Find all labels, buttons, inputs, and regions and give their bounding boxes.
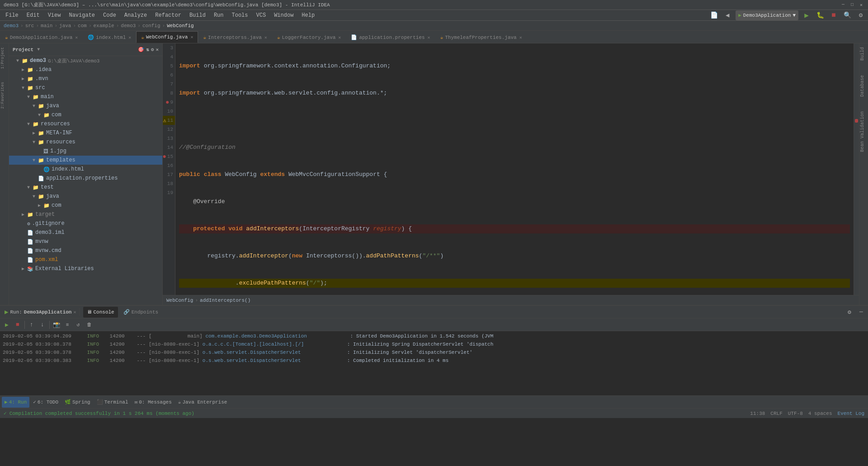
- sidebar-close-icon[interactable]: ✕: [156, 47, 159, 52]
- tree-item-main[interactable]: ▼ 📁 main: [9, 92, 162, 101]
- tab-close-appprops[interactable]: ✕: [428, 35, 430, 40]
- status-crlf[interactable]: CRLF: [770, 411, 782, 416]
- tab-index-html[interactable]: 🌐 index.html ✕: [83, 31, 136, 43]
- panel-settings-icon[interactable]: ⚙: [844, 307, 854, 317]
- tree-item-java[interactable]: ▼ 📁 java: [9, 101, 162, 110]
- bottom-tab-console[interactable]: 🖥 Console: [83, 307, 118, 318]
- code-footer-class[interactable]: WebConfig: [166, 298, 193, 303]
- tab-interceptorss[interactable]: ☕ Interceptorss.java ✕: [198, 31, 272, 43]
- bottom-tab-endpoints[interactable]: 🔗 Endpoints: [120, 307, 162, 318]
- tree-item-resources2[interactable]: ▼ 📁 resources: [9, 138, 162, 147]
- settings-button[interactable]: ⚙: [855, 10, 866, 21]
- tree-item-mvnw[interactable]: 📄 mvnw: [9, 237, 162, 246]
- console-scroll-up-button[interactable]: ↑: [27, 320, 37, 330]
- breadcrumb-example[interactable]: example: [94, 23, 114, 29]
- tab-application-properties[interactable]: 📄 application.properties ✕: [346, 31, 435, 43]
- menu-build[interactable]: Build: [186, 11, 209, 19]
- tab-close-webconfig[interactable]: ✕: [190, 34, 193, 40]
- menu-view[interactable]: View: [44, 11, 65, 19]
- console-rerun-button[interactable]: ↺: [73, 320, 83, 330]
- sidebar-settings-icon[interactable]: ⚙: [151, 47, 154, 52]
- tree-item-idea[interactable]: ▶ 📁 .idea: [9, 65, 162, 74]
- tab-close-index[interactable]: ✕: [128, 35, 131, 40]
- tree-item-com[interactable]: ▼ 📁 com: [9, 110, 162, 119]
- run-config-selector[interactable]: ▶ Demo3Application ▼: [736, 10, 798, 20]
- new-file-button[interactable]: 📄: [708, 10, 719, 21]
- tab-demo3application[interactable]: ☕ Demo3Application.java ✕: [0, 31, 83, 43]
- run-toolbar-item[interactable]: ▶ 4: Run: [2, 397, 29, 408]
- status-event-log[interactable]: Event Log: [838, 411, 864, 416]
- sidebar-expand-icon[interactable]: ⇅: [146, 47, 149, 52]
- menu-window[interactable]: Window: [270, 11, 297, 19]
- tree-item-resources[interactable]: ▼ 📁 resources: [9, 119, 162, 128]
- left-tab-1[interactable]: 1:Project: [0, 45, 9, 71]
- spring-toolbar-item[interactable]: 🌿 Spring: [62, 397, 93, 408]
- menu-help[interactable]: Help: [298, 11, 318, 19]
- status-indent[interactable]: 4 spaces: [808, 411, 832, 416]
- right-tab-build[interactable]: Build: [860, 45, 868, 62]
- status-position[interactable]: 11:38: [750, 411, 765, 416]
- menu-code[interactable]: Code: [99, 11, 120, 19]
- status-charset[interactable]: UTF-8: [788, 411, 803, 416]
- tab-thymeleaf[interactable]: ☕ ThymeleafProperties.java ✕: [435, 31, 527, 43]
- console-stop-button[interactable]: ■: [13, 320, 23, 330]
- tree-item-external[interactable]: ▶ 📚 External Libraries: [9, 264, 162, 273]
- code-footer-method[interactable]: addInterceptors(): [200, 298, 250, 303]
- right-tab-validation[interactable]: Bean Validation: [860, 109, 868, 154]
- sidebar-locate-icon[interactable]: 🎯: [138, 47, 144, 52]
- tree-item-templates[interactable]: ▼ 📁 templates: [9, 156, 162, 165]
- menu-run[interactable]: Run: [210, 11, 227, 19]
- tab-close-interceptorss[interactable]: ✕: [264, 35, 267, 40]
- tree-item-pom[interactable]: 📄 pom.xml: [9, 255, 162, 264]
- breadcrumb-demo3[interactable]: demo3: [121, 23, 136, 29]
- maximize-button[interactable]: □: [849, 2, 855, 8]
- nav-back-button[interactable]: ◀: [722, 10, 733, 21]
- left-tab-2[interactable]: 2:Favorites: [0, 80, 9, 110]
- tab-close-loggerfactory[interactable]: ✕: [338, 35, 341, 40]
- breadcrumb-src[interactable]: src: [25, 23, 34, 29]
- console-clear-button[interactable]: 🗑: [84, 320, 94, 330]
- todo-toolbar-item[interactable]: ✓ 6: TODO: [30, 397, 61, 408]
- console-scroll-down-button[interactable]: ↓: [38, 320, 47, 330]
- stop-button[interactable]: ■: [828, 10, 839, 21]
- breadcrumb-webconfig[interactable]: WebConfig: [167, 23, 193, 29]
- menu-file[interactable]: File: [2, 11, 22, 19]
- terminal-toolbar-item[interactable]: ⬛ Terminal: [94, 397, 131, 408]
- java-enterprise-toolbar-item[interactable]: ☕ Java Enterprise: [175, 397, 230, 408]
- right-tab-database[interactable]: Database: [860, 73, 868, 99]
- minimize-button[interactable]: ─: [840, 2, 846, 8]
- console-restart-button[interactable]: ▶: [2, 320, 12, 330]
- tree-item-metainf[interactable]: ▶ 📁 META-INF: [9, 128, 162, 138]
- menu-navigate[interactable]: Navigate: [65, 11, 99, 19]
- tree-item-gitignore[interactable]: ⚙ .gitignore: [9, 219, 162, 228]
- tree-item-index-html[interactable]: 🌐 index.html: [9, 165, 162, 174]
- tree-item-test[interactable]: ▼ 📁 test: [9, 183, 162, 192]
- tab-close-demo3application[interactable]: ✕: [75, 35, 78, 40]
- console-screenshot-button[interactable]: 📸: [52, 320, 61, 330]
- tab-loggerfactory[interactable]: ☕ LoggerFactory.java ✕: [272, 31, 346, 43]
- tree-item-1jpg[interactable]: 🖼 1.jpg: [9, 147, 162, 156]
- breadcrumb-config[interactable]: config: [142, 23, 160, 29]
- tab-close-thymeleaf[interactable]: ✕: [519, 35, 522, 40]
- close-button[interactable]: ✕: [858, 2, 864, 8]
- menu-vcs[interactable]: VCS: [253, 11, 270, 19]
- tree-item-target[interactable]: ▶ 📁 target: [9, 210, 162, 219]
- tree-item-src[interactable]: ▼ 📁 src: [9, 83, 162, 92]
- breadcrumb-main[interactable]: main: [41, 23, 52, 29]
- debug-button[interactable]: 🐛: [815, 10, 826, 21]
- menu-edit[interactable]: Edit: [23, 11, 43, 19]
- tab-webconfig[interactable]: ☕ WebConfig.java ✕: [136, 31, 198, 43]
- menu-analyze[interactable]: Analyze: [121, 11, 151, 19]
- tree-item-iml[interactable]: 📄 demo3.iml: [9, 228, 162, 237]
- menu-tools[interactable]: Tools: [228, 11, 252, 19]
- panel-close-icon[interactable]: ─: [856, 307, 866, 317]
- tree-item-mvn[interactable]: ▶ 📁 .mvn: [9, 74, 162, 83]
- menu-refactor[interactable]: Refactor: [151, 11, 185, 19]
- run-close[interactable]: ✕: [73, 309, 76, 315]
- tree-item-appprops[interactable]: 📄 application.properties: [9, 174, 162, 183]
- code-content[interactable]: 3 4 5 6 7 8 ● 9 10 ⚠ 11 12 1: [163, 43, 859, 295]
- tree-item-mvnw-cmd[interactable]: 📄 mvnw.cmd: [9, 246, 162, 255]
- breadcrumb-com[interactable]: com: [78, 23, 87, 29]
- console-filter-button[interactable]: ≡: [62, 320, 72, 330]
- tree-item-test-java[interactable]: ▼ 📁 java: [9, 192, 162, 201]
